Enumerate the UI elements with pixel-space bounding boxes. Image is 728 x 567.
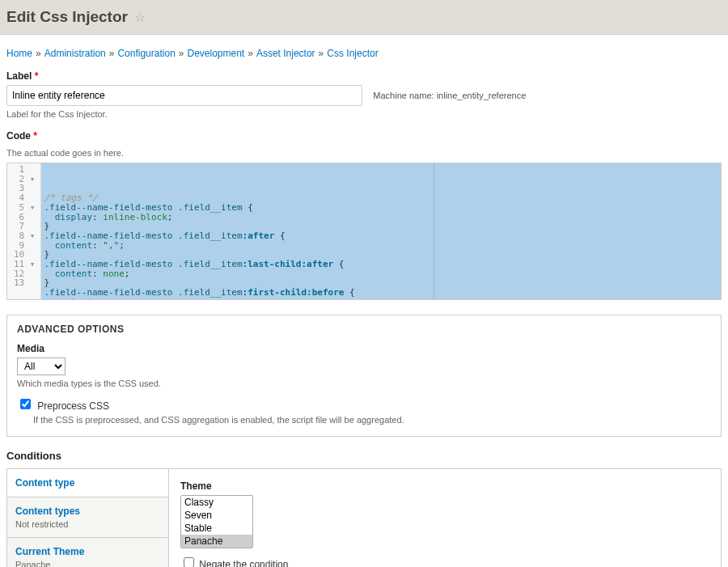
theme-option[interactable]: Classy bbox=[181, 496, 252, 509]
breadcrumb-separator: » bbox=[109, 48, 115, 59]
code-description: The actual code goes in here. bbox=[6, 148, 722, 158]
code-line[interactable]: .field--name-field-mesto .field__item:la… bbox=[44, 260, 718, 269]
label-description: Label for the Css Injector. bbox=[6, 109, 722, 119]
star-icon[interactable]: ☆ bbox=[134, 10, 146, 25]
theme-label: Theme bbox=[180, 480, 212, 492]
vertical-tabs-pane: Theme ClassySevenStablePanache Negate th… bbox=[169, 469, 721, 567]
breadcrumb-link[interactable]: Home bbox=[6, 48, 32, 59]
machine-name: Machine name: inline_entity_reference bbox=[373, 91, 526, 100]
vertical-tab-title: Content types bbox=[15, 506, 160, 517]
label-input[interactable] bbox=[6, 85, 362, 106]
code-textarea[interactable]: /* tags */.field--name-field-mesto .fiel… bbox=[41, 163, 722, 299]
media-select[interactable]: All bbox=[17, 358, 66, 375]
vertical-tab-title: Current Theme bbox=[15, 546, 160, 557]
code-editor[interactable]: 1 2 ▾ 3 4 5 ▾ 6 7 8 ▾ 9 10 11 ▾ 12 13 /*… bbox=[6, 163, 722, 300]
breadcrumb-separator: » bbox=[248, 48, 253, 59]
theme-option[interactable]: Stable bbox=[181, 522, 252, 535]
negate-label[interactable]: Negate the condition bbox=[199, 559, 288, 567]
advanced-options-panel: ADVANCED OPTIONS Media All Which media t… bbox=[6, 315, 722, 437]
label-field-wrapper: Label * Machine name: inline_entity_refe… bbox=[6, 70, 722, 119]
code-line[interactable]: content: ","; bbox=[44, 241, 718, 251]
required-mark-icon: * bbox=[33, 130, 37, 142]
required-mark-icon: * bbox=[35, 70, 39, 82]
breadcrumb-separator: » bbox=[179, 48, 184, 59]
code-label-text: Code bbox=[6, 130, 31, 142]
preprocess-description: If the CSS is preprocessed, and CSS aggr… bbox=[33, 415, 711, 425]
preprocess-checkbox[interactable] bbox=[20, 399, 31, 409]
page-header: Edit Css Injector ☆ bbox=[0, 0, 728, 35]
media-label: Media bbox=[17, 343, 44, 354]
label-text: Label bbox=[6, 70, 32, 82]
breadcrumb-link[interactable]: Css Injector bbox=[327, 48, 378, 59]
vertical-tabs-list: Content typeContent typesNot restrictedC… bbox=[7, 469, 169, 567]
breadcrumb: Home»Administration»Configuration»Develo… bbox=[6, 48, 722, 59]
vertical-tab[interactable]: Current ThemePanache bbox=[7, 538, 168, 567]
theme-select[interactable]: ClassySevenStablePanache bbox=[180, 495, 253, 548]
negate-checkbox[interactable] bbox=[184, 557, 194, 567]
breadcrumb-separator: » bbox=[319, 48, 324, 59]
vertical-tab-summary: Panache bbox=[15, 560, 160, 567]
code-line[interactable]: display: inline-block; bbox=[44, 213, 718, 222]
breadcrumb-link[interactable]: Administration bbox=[44, 48, 106, 59]
conditions-heading: Conditions bbox=[6, 450, 722, 462]
label-field-label: Label * bbox=[6, 70, 38, 82]
code-ruler bbox=[434, 163, 434, 299]
theme-option[interactable]: Panache bbox=[181, 535, 252, 548]
code-field-label: Code * bbox=[6, 130, 37, 142]
vertical-tab[interactable]: Content typesNot restricted bbox=[7, 497, 168, 538]
vertical-tab-summary: Not restricted bbox=[15, 519, 160, 529]
vertical-tab[interactable]: Content type bbox=[7, 469, 168, 497]
vertical-tab-title: Content type bbox=[15, 477, 160, 489]
advanced-options-legend: ADVANCED OPTIONS bbox=[17, 324, 711, 335]
machine-name-value: inline_entity_reference bbox=[437, 91, 527, 100]
code-line[interactable]: .field--name-field-mesto .field__item:af… bbox=[44, 231, 718, 241]
machine-name-label: Machine name: bbox=[373, 91, 434, 100]
code-field-wrapper: Code * The actual code goes in here. 1 2… bbox=[6, 130, 722, 300]
code-line[interactable]: .field--name-field-mesto .field__item:fi… bbox=[44, 288, 718, 298]
breadcrumb-link[interactable]: Asset Injector bbox=[256, 48, 315, 59]
code-line[interactable]: content: none; bbox=[44, 298, 718, 299]
code-gutter: 1 2 ▾ 3 4 5 ▾ 6 7 8 ▾ 9 10 11 ▾ 12 13 bbox=[7, 163, 41, 299]
breadcrumb-link[interactable]: Configuration bbox=[117, 48, 175, 59]
breadcrumb-link[interactable]: Development bbox=[188, 48, 245, 59]
preprocess-label[interactable]: Preprocess CSS bbox=[37, 400, 109, 412]
breadcrumb-separator: » bbox=[36, 48, 41, 59]
theme-option[interactable]: Seven bbox=[181, 509, 252, 522]
code-line[interactable]: content: none; bbox=[44, 269, 718, 279]
conditions-vertical-tabs: Content typeContent typesNot restrictedC… bbox=[6, 468, 722, 567]
media-description: Which media types is the CSS used. bbox=[17, 379, 711, 388]
page-title: Edit Css Injector bbox=[6, 8, 128, 26]
